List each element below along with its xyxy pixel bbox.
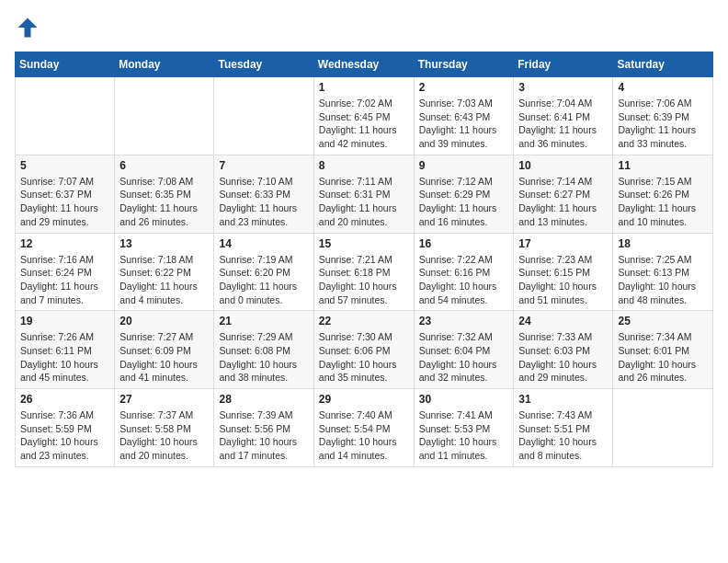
day-number: 12 bbox=[20, 237, 109, 250]
weekday-header: Saturday bbox=[613, 52, 713, 77]
calendar-cell: 2Sunrise: 7:03 AMSunset: 6:43 PMDaylight… bbox=[414, 77, 514, 155]
day-number: 25 bbox=[618, 315, 708, 327]
day-info: Sunrise: 7:21 AMSunset: 6:18 PMDaylight:… bbox=[319, 253, 409, 307]
day-number: 10 bbox=[518, 159, 608, 172]
calendar-cell bbox=[214, 77, 313, 155]
day-number: 2 bbox=[419, 81, 509, 94]
day-number: 18 bbox=[618, 237, 708, 250]
day-number: 20 bbox=[119, 315, 209, 327]
day-number: 4 bbox=[618, 81, 708, 94]
day-number: 14 bbox=[219, 237, 308, 250]
calendar-cell: 20Sunrise: 7:27 AMSunset: 6:09 PMDayligh… bbox=[115, 311, 214, 389]
calendar-cell: 31Sunrise: 7:43 AMSunset: 5:51 PMDayligh… bbox=[514, 389, 613, 467]
day-info: Sunrise: 7:27 AMSunset: 6:09 PMDaylight:… bbox=[119, 330, 209, 385]
calendar-cell: 1Sunrise: 7:02 AMSunset: 6:45 PMDaylight… bbox=[313, 77, 414, 155]
calendar-cell: 6Sunrise: 7:08 AMSunset: 6:35 PMDaylight… bbox=[115, 155, 214, 233]
day-info: Sunrise: 7:33 AMSunset: 6:03 PMDaylight:… bbox=[518, 330, 608, 385]
calendar-cell: 7Sunrise: 7:10 AMSunset: 6:33 PMDaylight… bbox=[214, 155, 313, 233]
calendar-week-row: 5Sunrise: 7:07 AMSunset: 6:37 PMDaylight… bbox=[16, 155, 713, 233]
day-number: 6 bbox=[119, 159, 209, 172]
day-info: Sunrise: 7:10 AMSunset: 6:33 PMDaylight:… bbox=[219, 175, 308, 229]
calendar-cell: 9Sunrise: 7:12 AMSunset: 6:29 PMDaylight… bbox=[414, 155, 514, 233]
day-info: Sunrise: 7:02 AMSunset: 6:45 PMDaylight:… bbox=[319, 97, 409, 151]
day-info: Sunrise: 7:08 AMSunset: 6:35 PMDaylight:… bbox=[119, 175, 209, 229]
calendar-cell: 19Sunrise: 7:26 AMSunset: 6:11 PMDayligh… bbox=[16, 311, 115, 389]
calendar-cell: 16Sunrise: 7:22 AMSunset: 6:16 PMDayligh… bbox=[414, 233, 514, 311]
day-number: 8 bbox=[319, 159, 409, 172]
calendar-cell: 13Sunrise: 7:18 AMSunset: 6:22 PMDayligh… bbox=[115, 233, 214, 311]
day-number: 24 bbox=[518, 315, 608, 327]
page-header bbox=[15, 15, 713, 40]
day-info: Sunrise: 7:18 AMSunset: 6:22 PMDaylight:… bbox=[119, 253, 209, 307]
calendar-cell: 28Sunrise: 7:39 AMSunset: 5:56 PMDayligh… bbox=[214, 389, 313, 467]
calendar-table: SundayMondayTuesdayWednesdayThursdayFrid… bbox=[15, 52, 713, 467]
calendar-cell: 10Sunrise: 7:14 AMSunset: 6:27 PMDayligh… bbox=[514, 155, 613, 233]
calendar-cell: 17Sunrise: 7:23 AMSunset: 6:15 PMDayligh… bbox=[514, 233, 613, 311]
calendar-cell: 12Sunrise: 7:16 AMSunset: 6:24 PMDayligh… bbox=[16, 233, 115, 311]
calendar-cell bbox=[613, 389, 713, 467]
calendar-cell: 25Sunrise: 7:34 AMSunset: 6:01 PMDayligh… bbox=[613, 311, 713, 389]
weekday-header: Sunday bbox=[16, 52, 115, 77]
day-info: Sunrise: 7:40 AMSunset: 5:54 PMDaylight:… bbox=[319, 408, 409, 463]
weekday-header: Monday bbox=[115, 52, 214, 77]
calendar-cell: 18Sunrise: 7:25 AMSunset: 6:13 PMDayligh… bbox=[613, 233, 713, 311]
day-info: Sunrise: 7:30 AMSunset: 6:06 PMDaylight:… bbox=[319, 330, 409, 385]
day-info: Sunrise: 7:32 AMSunset: 6:04 PMDaylight:… bbox=[419, 330, 509, 385]
day-number: 22 bbox=[319, 315, 409, 327]
day-info: Sunrise: 7:15 AMSunset: 6:26 PMDaylight:… bbox=[618, 175, 708, 229]
calendar-cell: 21Sunrise: 7:29 AMSunset: 6:08 PMDayligh… bbox=[214, 311, 313, 389]
svg-marker-0 bbox=[18, 18, 38, 38]
calendar-week-row: 12Sunrise: 7:16 AMSunset: 6:24 PMDayligh… bbox=[16, 233, 713, 311]
day-number: 21 bbox=[219, 315, 308, 327]
calendar-cell: 14Sunrise: 7:19 AMSunset: 6:20 PMDayligh… bbox=[214, 233, 313, 311]
day-info: Sunrise: 7:23 AMSunset: 6:15 PMDaylight:… bbox=[518, 253, 608, 307]
calendar-cell: 23Sunrise: 7:32 AMSunset: 6:04 PMDayligh… bbox=[414, 311, 514, 389]
day-info: Sunrise: 7:34 AMSunset: 6:01 PMDaylight:… bbox=[618, 330, 708, 385]
logo bbox=[15, 15, 44, 40]
weekday-header: Tuesday bbox=[214, 52, 313, 77]
day-info: Sunrise: 7:25 AMSunset: 6:13 PMDaylight:… bbox=[618, 253, 708, 307]
calendar-week-row: 26Sunrise: 7:36 AMSunset: 5:59 PMDayligh… bbox=[16, 389, 713, 467]
day-number: 9 bbox=[419, 159, 509, 172]
day-number: 3 bbox=[518, 81, 608, 94]
calendar-cell: 5Sunrise: 7:07 AMSunset: 6:37 PMDaylight… bbox=[16, 155, 115, 233]
day-info: Sunrise: 7:04 AMSunset: 6:41 PMDaylight:… bbox=[518, 97, 608, 151]
calendar-cell: 27Sunrise: 7:37 AMSunset: 5:58 PMDayligh… bbox=[115, 389, 214, 467]
day-info: Sunrise: 7:22 AMSunset: 6:16 PMDaylight:… bbox=[419, 253, 509, 307]
calendar-week-row: 19Sunrise: 7:26 AMSunset: 6:11 PMDayligh… bbox=[16, 311, 713, 389]
day-number: 26 bbox=[20, 393, 109, 406]
calendar-week-row: 1Sunrise: 7:02 AMSunset: 6:45 PMDaylight… bbox=[16, 77, 713, 155]
day-number: 1 bbox=[319, 81, 409, 94]
calendar-cell: 8Sunrise: 7:11 AMSunset: 6:31 PMDaylight… bbox=[313, 155, 414, 233]
day-number: 7 bbox=[219, 159, 308, 172]
day-number: 15 bbox=[319, 237, 409, 250]
day-info: Sunrise: 7:26 AMSunset: 6:11 PMDaylight:… bbox=[20, 330, 109, 385]
day-number: 11 bbox=[618, 159, 708, 172]
calendar-cell: 15Sunrise: 7:21 AMSunset: 6:18 PMDayligh… bbox=[313, 233, 414, 311]
day-info: Sunrise: 7:29 AMSunset: 6:08 PMDaylight:… bbox=[219, 330, 308, 385]
logo-icon bbox=[15, 15, 40, 40]
day-number: 13 bbox=[119, 237, 209, 250]
day-info: Sunrise: 7:06 AMSunset: 6:39 PMDaylight:… bbox=[618, 97, 708, 151]
day-number: 31 bbox=[518, 393, 608, 406]
calendar-cell: 4Sunrise: 7:06 AMSunset: 6:39 PMDaylight… bbox=[613, 77, 713, 155]
calendar-cell: 29Sunrise: 7:40 AMSunset: 5:54 PMDayligh… bbox=[313, 389, 414, 467]
calendar-cell bbox=[115, 77, 214, 155]
weekday-header: Thursday bbox=[414, 52, 514, 77]
day-number: 30 bbox=[419, 393, 509, 406]
day-number: 16 bbox=[419, 237, 509, 250]
weekday-header-row: SundayMondayTuesdayWednesdayThursdayFrid… bbox=[16, 52, 713, 77]
calendar-cell: 30Sunrise: 7:41 AMSunset: 5:53 PMDayligh… bbox=[414, 389, 514, 467]
day-number: 5 bbox=[20, 159, 109, 172]
calendar-cell: 3Sunrise: 7:04 AMSunset: 6:41 PMDaylight… bbox=[514, 77, 613, 155]
day-info: Sunrise: 7:03 AMSunset: 6:43 PMDaylight:… bbox=[419, 97, 509, 151]
day-info: Sunrise: 7:41 AMSunset: 5:53 PMDaylight:… bbox=[419, 408, 509, 463]
day-info: Sunrise: 7:39 AMSunset: 5:56 PMDaylight:… bbox=[219, 408, 308, 463]
calendar-cell bbox=[16, 77, 115, 155]
day-number: 23 bbox=[419, 315, 509, 327]
day-number: 19 bbox=[20, 315, 109, 327]
day-info: Sunrise: 7:12 AMSunset: 6:29 PMDaylight:… bbox=[419, 175, 509, 229]
day-info: Sunrise: 7:19 AMSunset: 6:20 PMDaylight:… bbox=[219, 253, 308, 307]
calendar-cell: 26Sunrise: 7:36 AMSunset: 5:59 PMDayligh… bbox=[16, 389, 115, 467]
calendar-cell: 24Sunrise: 7:33 AMSunset: 6:03 PMDayligh… bbox=[514, 311, 613, 389]
